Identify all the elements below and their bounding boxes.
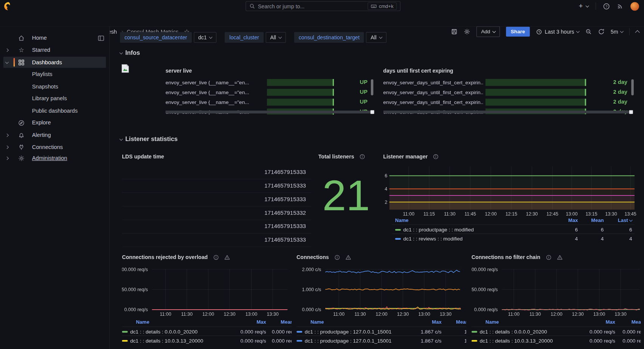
legend-header-max[interactable]: Max (591, 319, 615, 325)
variable-local_cluster: local_clusterAll (225, 32, 286, 43)
sidebar-item-library-panels[interactable]: Library panels (3, 93, 106, 104)
x-axis-tick: 11:45 (465, 211, 476, 217)
legend-value-last: 6 (595, 227, 632, 233)
y-axis-tick: 50.000 req/s (122, 287, 148, 292)
legend-header-mean[interactable]: Mean (444, 319, 466, 325)
panel-title[interactable]: days until first cert expiring (383, 68, 453, 74)
variable-consul_destination_target: consul_destination_targetAll (294, 32, 386, 43)
legend-series-name[interactable]: dc1 : : details : 10.0.3.13_20000 (480, 338, 553, 344)
help-icon[interactable]: ? (603, 3, 610, 9)
gauge-bar (267, 99, 334, 105)
scrollbar-handle[interactable] (629, 110, 633, 114)
panel-title[interactable]: LDS update time (122, 154, 164, 160)
sidebar-item-connections[interactable]: Connections (3, 141, 106, 152)
table-cell-value: 1714657915333 (264, 196, 306, 202)
collapse-sidebar-icon[interactable] (98, 35, 104, 41)
x-axis-tick: 11:00 (160, 312, 171, 317)
chevron-right-icon[interactable] (5, 48, 9, 52)
legend-value-mean: 0.000 rec (607, 329, 641, 335)
variable-consul_source_datacenter: consul_source_datacenterdc1 (120, 32, 217, 43)
sidebar-item-administration[interactable]: Administration (3, 152, 106, 163)
legend-header-max[interactable]: Max (553, 217, 578, 223)
legend-header-last[interactable]: Last (607, 217, 632, 223)
save-icon[interactable] (451, 28, 457, 35)
variable-value-dropdown[interactable]: dc1 (194, 32, 217, 43)
section-row-listener-statistics[interactable]: Listener statistics (120, 135, 178, 142)
legend-series-name[interactable]: dc1 : : details : 10.0.3.13_20000 (130, 338, 203, 344)
table-row[interactable]: 1714657915333 (122, 220, 311, 234)
chevron-right-icon[interactable] (5, 133, 9, 137)
legend-series-name[interactable]: dc1 : : productpage : 127.0.0.1_15001 : … (305, 338, 392, 344)
refresh-icon[interactable] (598, 28, 604, 35)
refresh-interval-picker[interactable]: 5m (611, 29, 623, 35)
table-row[interactable]: 1714657915333 (122, 192, 311, 206)
apps-icon (18, 59, 25, 65)
news-icon[interactable] (617, 3, 623, 9)
search-input[interactable]: Search or jump to... cmd+k (246, 1, 400, 11)
variable-label[interactable]: consul_source_datacenter (120, 32, 192, 43)
new-menu-button[interactable]: + (579, 2, 588, 10)
chevron-right-icon[interactable] (5, 156, 9, 160)
legend-header-name[interactable]: Name (310, 319, 324, 325)
variable-value-dropdown[interactable]: All (366, 32, 386, 43)
info-icon[interactable] (360, 154, 365, 159)
legend-series-name[interactable]: dc1 : : details : 0.0.0.0_20200 (480, 329, 547, 335)
time-range-picker[interactable]: Last 3 hours (536, 29, 579, 35)
sidebar-item-explore[interactable]: Explore (3, 117, 106, 128)
sidebar-item-public-dashboards[interactable]: Public dashboards (3, 105, 106, 116)
chevron-down-icon[interactable] (5, 60, 9, 64)
table-row[interactable]: 1714657915333 (122, 165, 311, 179)
variable-value-dropdown[interactable]: All (266, 32, 286, 43)
legend-series-name[interactable]: dc1 : : productpage : : modified (403, 227, 474, 233)
legend-series-name[interactable]: dc1 : : productpage : 127.0.0.1_15001 : … (305, 329, 392, 335)
legend-separator (297, 326, 466, 327)
zoom-out-icon[interactable] (585, 28, 591, 35)
scrollbar-handle[interactable] (371, 110, 374, 114)
sidebar-item-home[interactable]: Home (3, 33, 106, 43)
legend-header-mean[interactable]: Mean (579, 217, 604, 223)
avatar[interactable] (630, 2, 639, 11)
sidebar-item-playlists[interactable]: Playlists (3, 69, 106, 80)
panel-title[interactable]: server live (165, 68, 192, 74)
sidebar-item-dashboards[interactable]: Dashboards (3, 57, 106, 68)
panel-total-listeners: Total listeners 21 (318, 150, 380, 241)
vertical-scrollbar[interactable] (631, 79, 634, 95)
sidebar-item-label: Dashboards (32, 59, 62, 65)
legend-series-name[interactable]: dc1 : : reviews : : modified (403, 236, 463, 242)
add-button[interactable]: Add (477, 26, 500, 37)
legend-header-mean[interactable]: Mean (619, 319, 641, 325)
legend-header-max[interactable]: Max (241, 319, 266, 325)
share-button[interactable]: Share (506, 27, 530, 37)
variable-label[interactable]: consul_destination_target (294, 32, 364, 43)
vertical-scrollbar[interactable] (371, 79, 374, 95)
grafana-logo-icon[interactable] (3, 2, 12, 11)
table-cell-value: 1714657915332 (264, 209, 306, 216)
divider (596, 3, 596, 10)
x-axis-tick: 13:00 (246, 312, 257, 317)
series-color-dash (395, 238, 401, 240)
variable-label[interactable]: local_cluster (225, 32, 264, 43)
sidebar-item-label: Snapshots (32, 84, 58, 90)
section-row-infos[interactable]: Infos (120, 49, 140, 56)
legend-header-name[interactable]: Name (485, 319, 499, 325)
legend-series-name[interactable]: dc1 : : details : 0.0.0.0_20200 (130, 329, 198, 335)
settings-gear-icon[interactable] (464, 28, 470, 35)
table-row[interactable]: 1714657915332 (122, 206, 311, 220)
table-row[interactable]: 1714657915333 (122, 179, 311, 193)
sidebar-item-starred[interactable]: ☆Starred (3, 44, 106, 55)
sidebar-item-alerting[interactable]: Alerting (3, 130, 106, 141)
table-cell-value: 1714657915333 (264, 223, 306, 229)
chevron-right-icon[interactable] (5, 145, 9, 149)
legend-header-mean[interactable]: Mean (269, 319, 292, 325)
gauge-row: envoy_server_live {__name__="en...UP (165, 98, 376, 107)
legend-header-name[interactable]: Name (136, 319, 150, 325)
sidebar-item-label: Playlists (32, 71, 53, 77)
collapse-toolbar-icon[interactable] (635, 30, 639, 34)
table-row[interactable]: 1714657915333 (122, 233, 311, 247)
legend-header-name[interactable]: Name (395, 217, 409, 223)
sidebar-item-snapshots[interactable]: Snapshots (3, 81, 106, 92)
panel-title[interactable]: Total listeners (318, 154, 365, 160)
horizontal-scrollbar[interactable] (383, 111, 633, 114)
legend-header-max[interactable]: Max (417, 319, 442, 325)
horizontal-scrollbar[interactable] (165, 111, 374, 114)
